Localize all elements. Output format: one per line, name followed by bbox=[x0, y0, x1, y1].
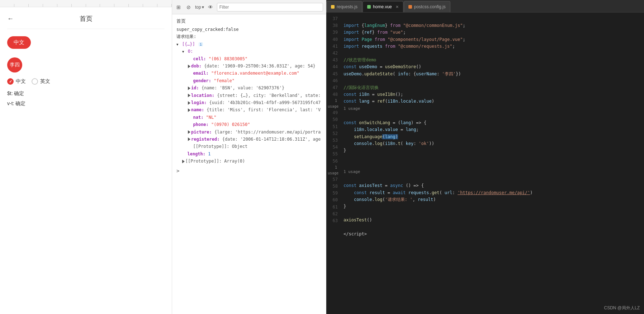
avatar-button[interactable]: 李四 bbox=[7, 57, 22, 72]
radio-chinese-label: 中文 bbox=[16, 78, 26, 85]
tree-cell: cell: "(06) 88303005" bbox=[188, 55, 322, 62]
code-content: import {langEnum} from "@common/commonEn… bbox=[339, 13, 644, 314]
radio-english-indicator[interactable] bbox=[32, 78, 38, 85]
radio-chinese-indicator[interactable] bbox=[7, 78, 14, 85]
devtools-request-label: 请求结果: bbox=[176, 33, 322, 40]
tab-home-vue[interactable]: home.vue ✕ bbox=[363, 1, 403, 12]
tree-registered[interactable]: registered: {date: '2006-01-14T12:18:06.… bbox=[188, 136, 322, 143]
tree-nat: nat: "NL" bbox=[188, 114, 322, 121]
top-label: top bbox=[195, 5, 201, 10]
tab-label-home: home.vue bbox=[373, 4, 392, 9]
tree-picture[interactable]: picture: {large: 'https://randomuser.me/… bbox=[188, 128, 322, 136]
top-chevron-icon: ▾ bbox=[202, 5, 204, 10]
devtools-layout-icon[interactable]: ⊞ bbox=[175, 4, 182, 11]
chinese-lang-button[interactable]: 中文 bbox=[7, 36, 31, 49]
tab-close-home[interactable]: ✕ bbox=[396, 5, 399, 9]
top-selector-button[interactable]: top ▾ bbox=[195, 5, 204, 10]
code-editor-panel: requests.js home.vue ✕ postcss.config.js… bbox=[326, 0, 644, 314]
tab-label-requests: requests.js bbox=[337, 4, 357, 9]
tab-icon-home bbox=[367, 5, 371, 9]
page-header: ← 首页 bbox=[7, 14, 165, 29]
language-radio-group: 中文 英文 bbox=[7, 78, 165, 85]
back-button[interactable]: ← bbox=[7, 15, 14, 23]
tree-id[interactable]: id: {name: 'BSN', value: '62907376'} bbox=[188, 84, 322, 92]
filter-input[interactable] bbox=[217, 3, 323, 11]
tab-label-postcss: postcss.config.js bbox=[414, 4, 446, 9]
tree-length: length: 1 bbox=[182, 150, 322, 158]
tab-requests-js[interactable]: requests.js bbox=[326, 1, 362, 12]
tree-prototype-arr[interactable]: [[Prototype]]: Array(0) bbox=[182, 158, 322, 165]
editor-tabs: requests.js home.vue ✕ postcss.config.js bbox=[326, 0, 644, 13]
line-numbers: 373839404142434445464748 1 usage 4950515… bbox=[326, 13, 339, 314]
tree-gender: gender: "female" bbox=[188, 77, 322, 84]
devtools-super-copy: super_copy_cracked:false bbox=[176, 26, 322, 33]
tab-icon-requests bbox=[331, 5, 335, 9]
expand-more-button[interactable]: > bbox=[176, 168, 179, 174]
tree-location[interactable]: location: {street: {…}, city: 'Berkellan… bbox=[188, 92, 322, 99]
devtools-block-icon[interactable]: ⊘ bbox=[185, 4, 192, 11]
tab-postcss-config[interactable]: postcss.config.js bbox=[404, 1, 450, 12]
vt-label: v-t: 确定 bbox=[7, 100, 165, 107]
tree-0[interactable]: 0: bbox=[182, 48, 322, 55]
devtools-toolbar: ⊞ ⊘ top ▾ 👁 bbox=[172, 0, 326, 14]
devtools-panel: ⊞ ⊘ top ▾ 👁 首页 super_copy_cracked:false … bbox=[172, 0, 326, 314]
devtools-content: 首页 super_copy_cracked:false 请求结果: [{…}] … bbox=[172, 14, 326, 314]
tab-icon-postcss bbox=[408, 5, 412, 9]
tree-name[interactable]: name: {title: 'Miss', first: 'Florencia'… bbox=[188, 106, 322, 113]
radio-english-label: 英文 bbox=[40, 78, 50, 85]
devtools-eye-icon[interactable]: 👁 bbox=[207, 4, 214, 11]
tree-phone: phone: "(0970) 026150" bbox=[188, 121, 322, 128]
code-area: 373839404142434445464748 1 usage 4950515… bbox=[326, 13, 644, 314]
tree-prototype-obj: [[Prototype]]: Object bbox=[188, 143, 322, 150]
tree-email: email: "florencia.vandemeent@example.com… bbox=[188, 70, 322, 77]
radio-item-chinese[interactable]: 中文 bbox=[7, 78, 26, 85]
app-preview-panel: ← 首页 中文 李四 中文 英文 bbox=[0, 0, 172, 314]
st-label: $t: 确定 bbox=[7, 90, 165, 97]
tree-login[interactable]: login: {uuid: '4b3b201c-09a1-4fbf-a999-5… bbox=[188, 99, 322, 106]
tree-root[interactable]: [{…}] i bbox=[176, 41, 322, 48]
radio-item-english[interactable]: 英文 bbox=[32, 78, 50, 85]
devtools-page-title: 首页 bbox=[176, 17, 322, 25]
ruler bbox=[0, 0, 172, 7]
page-title: 首页 bbox=[17, 14, 165, 23]
app-page: ← 首页 中文 李四 中文 英文 bbox=[0, 7, 172, 314]
tree-dob[interactable]: dob: {date: '1969-09-25T00:34:36.031Z', … bbox=[188, 62, 322, 70]
